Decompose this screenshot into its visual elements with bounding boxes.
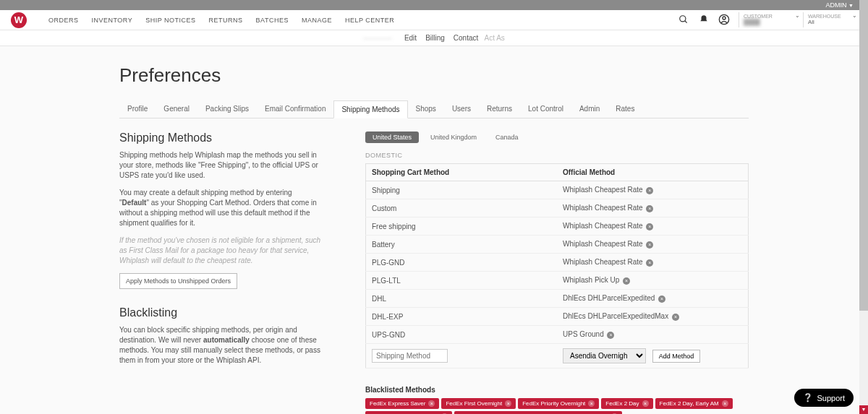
header: W ORDERSINVENTORYSHIP NOTICESRETURNSBATC… — [0, 10, 868, 30]
blacklist-tag: FedEx 2 Day× — [601, 398, 652, 409]
table-row: ShippingWhiplash Cheapest Rate × — [366, 181, 749, 199]
account-icon[interactable] — [718, 14, 730, 25]
tab-profile[interactable]: Profile — [119, 100, 156, 118]
main-nav: ORDERSINVENTORYSHIP NOTICESRETURNSBATCHE… — [48, 17, 678, 24]
table-row: CustomWhiplash Cheapest Rate × — [366, 199, 749, 217]
search-icon[interactable] — [678, 14, 689, 25]
official-method-cell: DhlEcs DHLParcelExpeditedMax × — [557, 308, 749, 326]
apply-methods-button[interactable]: Apply Methods to Unshipped Orders — [119, 273, 237, 289]
remove-method-icon[interactable]: × — [646, 187, 653, 194]
support-label: Support — [817, 394, 845, 402]
tab-general[interactable]: General — [156, 100, 197, 118]
sub-billing[interactable]: Billing — [425, 34, 445, 42]
remove-method-icon[interactable]: × — [607, 332, 614, 339]
cart-method-cell: Free shipping — [366, 217, 558, 236]
nav-ship-notices[interactable]: SHIP NOTICES — [145, 17, 195, 24]
support-button[interactable]: ❔ Support — [794, 389, 854, 407]
remove-tag-icon[interactable]: × — [428, 400, 435, 407]
remove-method-icon[interactable]: × — [646, 259, 653, 267]
remove-tag-icon[interactable]: × — [505, 400, 511, 407]
blacklist-tag: FedEx Standard Overnight× — [365, 411, 452, 414]
tab-rates[interactable]: Rates — [608, 100, 642, 118]
nav-returns[interactable]: RETURNS — [209, 17, 243, 24]
shipping-p1: Shipping methods help Whiplash map the m… — [119, 150, 322, 181]
remove-method-icon[interactable]: × — [646, 205, 653, 212]
add-row: Asendia Overnigh Add Method — [366, 344, 749, 368]
remove-method-icon[interactable]: × — [672, 314, 679, 321]
scrollbar-thumb[interactable] — [859, 0, 868, 311]
tab-returns[interactable]: Returns — [479, 100, 520, 118]
region-united-kingdom[interactable]: United Kingdom — [423, 131, 484, 143]
nav-help-center[interactable]: HELP CENTER — [345, 17, 394, 24]
remove-method-icon[interactable]: × — [646, 223, 653, 230]
admin-label: ADMIN — [826, 1, 847, 9]
tab-users[interactable]: Users — [444, 100, 479, 118]
page-title: Preferences — [119, 64, 749, 87]
chevron-down-icon: ⌄ — [795, 12, 800, 27]
tab-shops[interactable]: Shops — [408, 100, 444, 118]
warehouse-value: All — [808, 20, 842, 26]
nav-orders[interactable]: ORDERS — [48, 17, 79, 24]
blacklist-tag: FedEx Priority Overnight× — [518, 398, 599, 409]
region-united-states[interactable]: United States — [365, 131, 419, 143]
remove-method-icon[interactable]: × — [623, 277, 630, 285]
blacklisted-methods-label: Blacklisted Methods — [365, 386, 749, 394]
official-method-cell: UPS Ground × — [557, 326, 749, 344]
chevron-down-icon: ⌄ — [852, 12, 857, 27]
tabs: ProfileGeneralPacking SlipsEmail Confirm… — [119, 100, 749, 118]
remove-tag-icon[interactable]: × — [588, 400, 595, 407]
tab-email-confirmation[interactable]: Email Confirmation — [257, 100, 333, 118]
blacklist-tags: FedEx Express Saver×FedEx First Overnigh… — [365, 398, 749, 414]
col-cart: Shopping Cart Method — [366, 164, 558, 181]
blacklisting-title: Blacklisting — [119, 306, 322, 319]
shipping-method-input[interactable] — [372, 349, 448, 363]
cart-method-cell: Battery — [366, 236, 558, 254]
logo[interactable]: W — [11, 12, 27, 28]
cart-method-cell: DHL — [366, 290, 558, 308]
nav-manage[interactable]: MANAGE — [302, 17, 332, 24]
region-pills: United StatesUnited KingdomCanada — [365, 131, 749, 143]
blacklist-tag: FedEx First Overnight× — [441, 398, 516, 409]
col-official: Official Method — [557, 164, 749, 181]
nav-inventory[interactable]: INVENTORY — [92, 17, 133, 24]
remove-method-icon[interactable]: × — [646, 241, 653, 249]
tab-packing-slips[interactable]: Packing Slips — [197, 100, 257, 118]
remove-method-icon[interactable]: × — [658, 296, 665, 303]
remove-tag-icon[interactable]: × — [642, 400, 649, 407]
admin-dropdown-icon[interactable]: ▼ — [848, 3, 854, 8]
table-row: Free shippingWhiplash Cheapest Rate × — [366, 217, 749, 236]
customer-selector[interactable]: CUSTOMER ████ — [739, 12, 789, 27]
official-method-cell: Whiplash Pick Up × — [557, 272, 749, 290]
context-name: ———— — [363, 34, 392, 42]
tab-lot-control[interactable]: Lot Control — [520, 100, 571, 118]
svg-point-3 — [723, 17, 726, 20]
table-row: BatteryWhiplash Cheapest Rate × — [366, 236, 749, 254]
notifications-icon[interactable] — [698, 14, 710, 25]
scrollbar[interactable]: ▲ ▼ — [859, 0, 868, 414]
shipping-methods-title: Shipping Methods — [119, 131, 322, 145]
methods-table: Shopping Cart Method Official Method Shi… — [365, 163, 749, 368]
warehouse-selector[interactable]: WAREHOUSE All — [803, 12, 846, 27]
region-canada[interactable]: Canada — [488, 131, 526, 143]
sub-contact[interactable]: Contact — [454, 34, 478, 42]
table-row: DHL-EXPDhlEcs DHLParcelExpeditedMax × — [366, 308, 749, 326]
blacklist-tag: DHLeCommerce DHL eCommerce DHL SM Parcel… — [454, 411, 622, 414]
cart-method-cell: Shipping — [366, 181, 558, 199]
cart-method-cell: DHL-EXP — [366, 308, 558, 326]
nav-batches[interactable]: BATCHES — [256, 17, 289, 24]
scroll-down-icon[interactable]: ▼ — [859, 405, 868, 414]
remove-tag-icon[interactable]: × — [722, 400, 728, 407]
official-method-cell: DhlEcs DHLParcelExpedited × — [557, 290, 749, 308]
add-method-button[interactable]: Add Method — [652, 350, 701, 363]
tab-shipping-methods[interactable]: Shipping Methods — [333, 100, 407, 118]
logo-letter: W — [14, 14, 23, 25]
support-icon: ❔ — [803, 393, 813, 402]
tab-admin[interactable]: Admin — [571, 100, 608, 118]
table-row: DHLDhlEcs DHLParcelExpedited × — [366, 290, 749, 308]
cart-method-cell: UPS-GND — [366, 326, 558, 344]
cart-method-cell: Custom — [366, 199, 558, 217]
official-method-cell: Whiplash Cheapest Rate × — [557, 254, 749, 272]
official-method-select[interactable]: Asendia Overnigh — [563, 348, 646, 363]
sub-edit[interactable]: Edit — [404, 34, 417, 42]
act-as-link[interactable]: Act As — [485, 34, 505, 42]
